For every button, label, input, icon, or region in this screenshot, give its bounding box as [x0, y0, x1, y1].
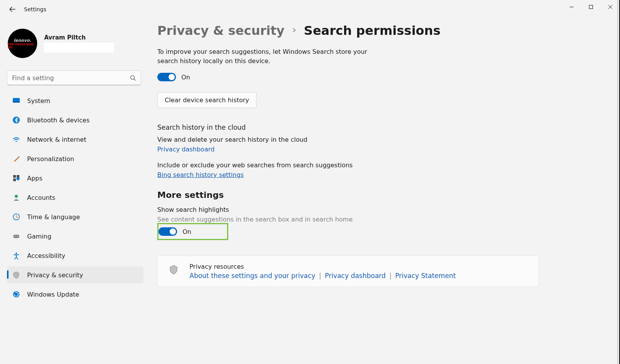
svg-line-5	[134, 79, 136, 81]
clock-globe-icon	[12, 213, 20, 221]
highlights-sub: See content suggestions in the search bo…	[157, 216, 608, 223]
more-settings-heading: More settings	[157, 190, 608, 200]
clear-history-button[interactable]: Clear device search history	[157, 92, 257, 108]
search-highlights-toggle[interactable]	[158, 227, 177, 236]
svg-point-14	[15, 195, 18, 198]
sidebar-item-network[interactable]: Network & internet	[7, 131, 143, 148]
system-icon	[12, 97, 20, 105]
sidebar-item-time-language[interactable]: Time & language	[7, 208, 143, 225]
maximize-button[interactable]	[581, 0, 601, 14]
sidebar-item-accessibility[interactable]: Accessibility	[7, 247, 143, 264]
breadcrumb: Privacy & security Search permissions	[157, 23, 608, 38]
breadcrumb-current: Search permissions	[304, 23, 441, 38]
cloud-line1: View and delete your search history in t…	[157, 136, 608, 143]
profile-subline	[44, 43, 114, 53]
sidebar-item-windows-update[interactable]: Windows Update	[7, 286, 143, 303]
sidebar-item-system[interactable]: System	[7, 92, 143, 109]
svg-rect-12	[13, 179, 16, 181]
sidebar-item-personalization[interactable]: Personalization	[7, 150, 143, 167]
about-settings-privacy-link[interactable]: About these settings and your privacy	[189, 272, 315, 280]
apps-icon	[12, 174, 20, 182]
update-icon	[12, 290, 20, 298]
sidebar-item-accounts[interactable]: Accounts	[7, 189, 143, 206]
search-settings[interactable]	[7, 70, 141, 85]
sidebar-item-privacy-security[interactable]: Privacy & security	[7, 266, 143, 283]
privacy-resources-card: Privacy resources About these settings a…	[157, 256, 539, 287]
privacy-statement-link[interactable]: Privacy Statement	[395, 272, 456, 280]
gaming-icon	[12, 232, 20, 240]
svg-rect-1	[589, 5, 593, 9]
profile-name: Avram Piltch	[44, 34, 114, 41]
svg-point-19	[16, 252, 17, 254]
resources-title: Privacy resources	[189, 263, 456, 270]
cloud-heading: Search history in the cloud	[157, 124, 608, 131]
svg-rect-10	[13, 175, 16, 178]
search-history-toggle[interactable]	[157, 73, 176, 81]
sidebar-item-bluetooth[interactable]: Bluetooth & devices	[7, 112, 143, 129]
search-highlights-toggle-state: On	[183, 228, 191, 235]
search-input[interactable]	[12, 74, 130, 82]
chevron-right-icon	[291, 27, 297, 34]
accounts-icon	[12, 194, 20, 201]
search-icon	[130, 75, 136, 81]
wifi-icon	[12, 136, 20, 143]
svg-point-18	[17, 236, 18, 237]
minimize-button[interactable]	[562, 0, 581, 14]
back-button[interactable]	[9, 5, 16, 13]
profile-block[interactable]: lenovo.FOR THOSE WHO DO. Avram Piltch	[7, 25, 143, 65]
svg-rect-7	[13, 101, 20, 103]
svg-rect-16	[13, 235, 19, 238]
svg-point-9	[16, 141, 17, 142]
privacy-dashboard-link-2[interactable]: Privacy dashboard	[325, 272, 386, 280]
app-title: Settings	[24, 6, 46, 12]
shield-icon	[12, 271, 20, 279]
scrollbar[interactable]	[617, 0, 618, 364]
sidebar-item-gaming[interactable]: Gaming	[7, 228, 143, 245]
avatar: lenovo.FOR THOSE WHO DO.	[8, 29, 37, 58]
privacy-dashboard-link[interactable]: Privacy dashboard	[157, 146, 608, 153]
paintbrush-icon	[12, 155, 20, 163]
sidebar-item-apps[interactable]: Apps	[7, 170, 143, 187]
bluetooth-icon	[12, 116, 20, 124]
bing-history-link[interactable]: Bing search history settings	[157, 171, 608, 179]
history-local-description: To improve your search suggestions, let …	[157, 47, 378, 66]
svg-point-4	[131, 76, 134, 79]
highlights-title: Show search highlights	[157, 206, 608, 213]
shield-icon	[169, 264, 179, 275]
breadcrumb-parent[interactable]: Privacy & security	[157, 23, 284, 38]
svg-point-17	[15, 236, 16, 237]
cloud-line2: Include or exclude your web searches fro…	[157, 161, 608, 169]
accessibility-icon	[12, 252, 20, 259]
highlights-callout: On	[157, 223, 228, 240]
search-history-toggle-state: On	[181, 74, 190, 81]
